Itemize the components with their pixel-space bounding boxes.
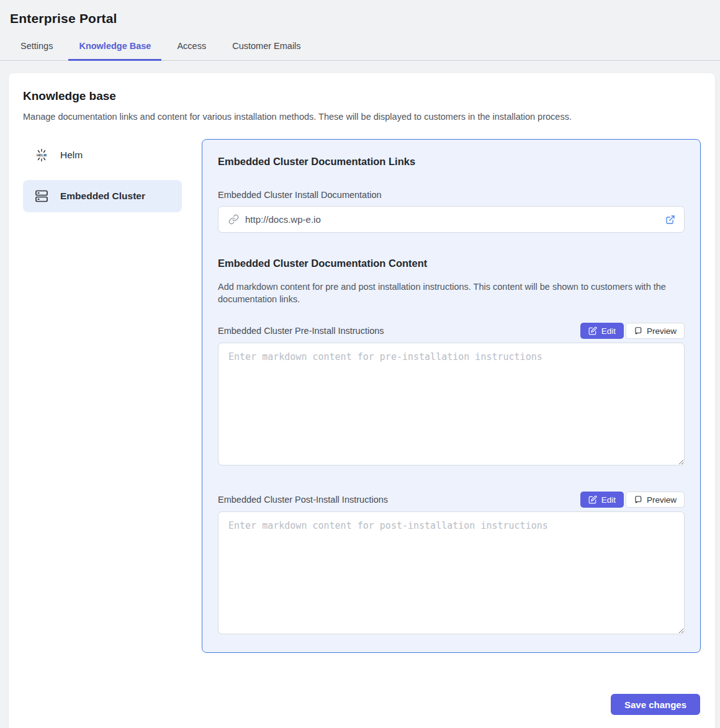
tab-bar: Settings Knowledge Base Access Customer … xyxy=(0,34,720,61)
pre-install-edit-button[interactable]: Edit xyxy=(580,323,624,339)
post-install-label: Embedded Cluster Post-Install Instructio… xyxy=(218,495,388,508)
edit-button-label: Edit xyxy=(601,495,616,505)
post-install-edit-button[interactable]: Edit xyxy=(580,492,624,508)
save-row: Save changes xyxy=(23,694,701,715)
tab-access[interactable]: Access xyxy=(166,34,217,61)
install-method-nav: HELM Helm Embedded Cluster xyxy=(23,139,182,653)
knowledge-base-card: Knowledge base Manage documentation link… xyxy=(9,73,715,728)
docs-links-heading: Embedded Cluster Documentation Links xyxy=(218,156,685,168)
edit-button-label: Edit xyxy=(601,326,616,336)
sidebar-item-label: Helm xyxy=(60,150,83,161)
page-title: Knowledge base xyxy=(23,89,701,103)
post-install-header-row: Embedded Cluster Post-Install Instructio… xyxy=(218,492,685,508)
tab-knowledge-base[interactable]: Knowledge Base xyxy=(68,34,161,61)
post-install-markdown-textarea[interactable] xyxy=(218,511,685,634)
install-doc-input-wrap xyxy=(218,206,685,233)
post-install-preview-button[interactable]: Preview xyxy=(626,492,685,508)
preview-reader-icon xyxy=(634,495,642,504)
embedded-cluster-panel: Embedded Cluster Documentation Links Emb… xyxy=(202,139,701,653)
docs-content-description: Add markdown content for pre and post in… xyxy=(218,281,685,305)
install-doc-label: Embedded Cluster Install Documentation xyxy=(218,190,685,200)
sidebar-item-helm[interactable]: HELM Helm xyxy=(23,139,182,171)
edit-pencil-icon xyxy=(588,495,597,504)
preview-button-label: Preview xyxy=(647,326,677,336)
sidebar-item-label: Embedded Cluster xyxy=(60,191,145,202)
post-install-mode-toggle: Edit Preview xyxy=(580,492,685,508)
pre-install-mode-toggle: Edit Preview xyxy=(580,323,685,339)
helm-icon: HELM xyxy=(34,148,49,163)
pre-install-label: Embedded Cluster Pre-Install Instruction… xyxy=(218,326,384,339)
save-changes-button[interactable]: Save changes xyxy=(611,694,700,715)
sidebar-item-embedded-cluster[interactable]: Embedded Cluster xyxy=(23,180,182,212)
pre-install-header-row: Embedded Cluster Pre-Install Instruction… xyxy=(218,323,685,339)
preview-button-label: Preview xyxy=(647,495,677,505)
preview-reader-icon xyxy=(634,326,642,335)
server-stack-icon xyxy=(34,189,49,204)
tab-customer-emails[interactable]: Customer Emails xyxy=(222,34,311,61)
app-header: Enterprise Portal xyxy=(0,0,720,26)
tab-settings[interactable]: Settings xyxy=(10,34,63,61)
pre-install-preview-button[interactable]: Preview xyxy=(626,323,685,339)
external-link-icon[interactable] xyxy=(665,215,675,225)
chain-link-icon xyxy=(228,214,239,225)
pre-install-markdown-textarea[interactable] xyxy=(218,343,685,465)
docs-content-heading: Embedded Cluster Documentation Content xyxy=(218,258,685,269)
svg-text:HELM: HELM xyxy=(37,153,47,157)
page-description: Manage documentation links and content f… xyxy=(23,112,701,122)
edit-pencil-icon xyxy=(588,326,597,335)
app-title: Enterprise Portal xyxy=(10,11,710,26)
install-doc-url-input[interactable] xyxy=(245,214,659,225)
